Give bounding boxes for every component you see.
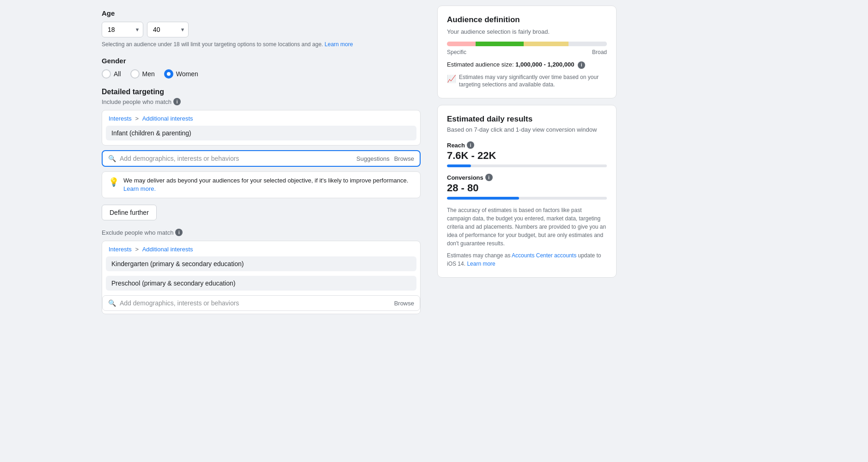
browse-link[interactable]: Browse [394, 155, 414, 162]
conversions-bar-wrap [447, 197, 607, 200]
include-search-bar[interactable]: 🔍 Suggestions Browse [102, 150, 421, 167]
detailed-targeting-section: Detailed targeting Include people who ma… [102, 88, 421, 314]
ios-learn-more-link[interactable]: Learn more [467, 261, 495, 267]
gender-women-label: Women [176, 70, 198, 78]
include-search-input[interactable] [120, 155, 353, 162]
include-breadcrumb: Interests > Additional interests [102, 110, 420, 126]
exclude-search-bar[interactable]: 🔍 Browse [102, 295, 420, 311]
gender-label: Gender [102, 57, 421, 65]
exclude-breadcrumb: Interests > Additional interests [102, 241, 420, 256]
estimate-note: 📈 Estimates may vary significantly over … [447, 73, 607, 89]
reach-info-icon[interactable]: i [467, 141, 474, 149]
breadcrumb-additional-link[interactable]: Additional interests [142, 115, 193, 122]
estimated-results-card: Estimated daily results Based on 7-day c… [437, 105, 617, 278]
change-note: Estimates may change as Accounts Center … [447, 251, 607, 268]
audience-size-info-icon[interactable]: i [578, 61, 585, 69]
conversions-info-icon[interactable]: i [485, 174, 493, 181]
exclude-tag-kindergarten: Kindergarten (primary & secondary educat… [106, 256, 416, 271]
estimated-results-title: Estimated daily results [447, 115, 607, 124]
audience-meter-bar [447, 42, 607, 46]
age-note: Selecting an audience under 18 will limi… [102, 41, 421, 48]
suggestions-link[interactable]: Suggestions [356, 155, 390, 162]
accuracy-note: The accuracy of estimates is based on fa… [447, 206, 607, 248]
age-learn-more-link[interactable]: Learn more [324, 41, 353, 48]
reach-label: Reach i [447, 141, 607, 149]
conversions-value: 28 - 80 [447, 182, 607, 194]
exclude-label: Exclude people who match i [102, 229, 421, 236]
meter-red-segment [447, 42, 476, 46]
reach-bar-fill [447, 164, 471, 167]
gender-men-radio[interactable] [130, 69, 140, 79]
reach-value: 7.6K - 22K [447, 150, 607, 162]
specific-label: Specific [447, 49, 466, 55]
gender-section: Gender All Men Women [102, 57, 421, 79]
hint-text: We may deliver ads beyond your audiences… [123, 176, 414, 193]
gender-women-radio[interactable] [164, 69, 173, 79]
lightbulb-icon: 💡 [109, 177, 119, 187]
meter-green-segment [476, 42, 524, 46]
hint-learn-more-link[interactable]: Learn more. [123, 185, 156, 192]
accounts-center-link[interactable]: Accounts Center accounts [512, 252, 576, 259]
gender-all-radio[interactable] [102, 69, 111, 79]
right-panel: Audience definition Your audience select… [430, 0, 624, 462]
exclude-search-icon: 🔍 [108, 299, 116, 307]
exclude-search-input[interactable] [120, 299, 391, 307]
gender-women-option[interactable]: Women [164, 69, 198, 79]
breadcrumb-interests-link[interactable]: Interests [109, 115, 132, 122]
conversions-label: Conversions i [447, 174, 607, 181]
reach-bar-wrap [447, 164, 607, 167]
estimated-results-desc: Based on 7-day click and 1-day view conv… [447, 126, 607, 134]
audience-definition-card: Audience definition Your audience select… [437, 6, 617, 98]
gender-men-label: Men [142, 70, 155, 78]
search-icon: 🔍 [108, 155, 116, 162]
age-min-select[interactable]: 18 21 25 35 40 65+ [102, 22, 143, 37]
detailed-targeting-label: Detailed targeting [102, 88, 421, 96]
gender-all-option[interactable]: All [102, 69, 121, 79]
exclude-breadcrumb-additional-link[interactable]: Additional interests [142, 246, 193, 253]
gender-men-option[interactable]: Men [130, 69, 155, 79]
include-info-icon[interactable]: i [173, 98, 181, 105]
define-further-button[interactable]: Define further [102, 205, 157, 220]
exclude-breadcrumb-interests-link[interactable]: Interests [109, 246, 132, 253]
exclude-info-icon[interactable]: i [175, 229, 183, 236]
audience-definition-title: Audience definition [447, 15, 607, 24]
gender-all-label: All [114, 70, 121, 78]
age-max-wrapper: 18 21 25 35 40 65+ ▾ [147, 22, 189, 37]
exclude-breadcrumb-arrow: > [135, 246, 139, 253]
age-max-select[interactable]: 18 21 25 35 40 65+ [147, 22, 189, 37]
audience-size-value: 1,000,000 - 1,200,000 [515, 61, 574, 68]
broad-label: Broad [592, 49, 607, 55]
age-min-wrapper: 18 21 25 35 40 65+ ▾ [102, 22, 143, 37]
include-label: Include people who match i [102, 98, 421, 105]
hint-box: 💡 We may deliver ads beyond your audienc… [102, 171, 421, 198]
exclude-targeting-box: Interests > Additional interests Kinderg… [102, 241, 421, 314]
audience-broad-description: Your audience selection is fairly broad. [447, 28, 607, 35]
include-targeting-box: Interests > Additional interests Infant … [102, 110, 421, 146]
exclude-browse-link[interactable]: Browse [394, 300, 414, 307]
exclude-tag-preschool: Preschool (primary & secondary education… [106, 276, 416, 291]
age-label: Age [102, 9, 421, 17]
meter-light-segment [568, 42, 607, 46]
audience-size-text: Estimated audience size: 1,000,000 - 1,2… [447, 61, 607, 69]
conversions-bar-fill [447, 197, 519, 200]
meter-labels: Specific Broad [447, 49, 607, 55]
search-actions: Suggestions Browse [356, 155, 414, 162]
meter-yellow-segment [524, 42, 568, 46]
trend-icon: 📈 [447, 74, 456, 84]
breadcrumb-arrow: > [135, 115, 139, 122]
interest-tag-infant: Infant (children & parenting) [106, 126, 416, 140]
